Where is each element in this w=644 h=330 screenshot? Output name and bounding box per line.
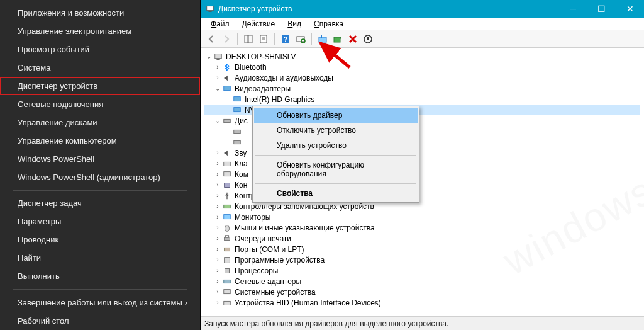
window-title: Диспетчер устройств [218,4,559,13]
expand-icon[interactable]: › [213,288,222,295]
expand-icon[interactable]: › [213,224,222,231]
help-button[interactable]: ? [279,32,292,46]
svg-rect-12 [321,35,322,38]
svg-rect-18 [234,96,241,101]
menu-file-explorer[interactable]: Проводник [0,230,200,249]
controller-icon [222,180,232,190]
expand-icon[interactable]: › [213,235,222,242]
menu-view[interactable]: Вид [281,18,308,30]
menu-network-connections[interactable]: Сетевые подключения [0,95,200,113]
software-device-icon [222,255,232,265]
svg-rect-3 [248,35,252,43]
context-scan-hardware[interactable]: Обновить конфигурацию оборудования [254,157,418,181]
menu-power-options[interactable]: Управление электропитанием [0,22,200,40]
svg-rect-33 [225,268,230,273]
expand-icon[interactable]: › [213,149,222,156]
separator [13,190,187,191]
tree-root[interactable]: ⌄ DESKTOP-SHNISLV [204,51,640,62]
update-driver-button[interactable] [316,32,330,46]
tree-category[interactable]: ›Процессоры [204,265,640,276]
scan-hardware-button[interactable] [294,32,308,46]
context-update-driver[interactable]: Обновить драйвер [254,108,418,123]
expand-icon[interactable]: › [213,267,222,274]
collapse-icon[interactable]: ⌄ [213,85,222,92]
minimize-button[interactable]: ─ [559,0,587,18]
tree-category[interactable]: ›Сетевые адаптеры [204,276,640,287]
sound-icon [222,148,232,158]
expand-icon[interactable]: › [213,171,222,178]
svg-rect-34 [224,280,231,283]
chevron-right-icon: › [185,298,187,307]
expand-icon[interactable]: › [213,256,222,263]
menu-powershell[interactable]: Windows PowerShell [0,150,200,168]
expand-icon[interactable]: › [213,160,222,167]
menu-disk-management[interactable]: Управление дисками [0,113,200,132]
winx-menu: Приложения и возможности Управление элек… [0,0,200,330]
menu-action[interactable]: Действие [236,18,282,30]
context-properties[interactable]: Свойства [254,186,418,201]
tree-category[interactable]: ›Мониторы [204,212,640,222]
enable-device-button[interactable] [331,32,345,46]
context-disable-device[interactable]: Отключить устройство [254,123,418,138]
tree-category[interactable]: ›Bluetooth [204,62,640,72]
collapse-icon[interactable]: ⌄ [213,117,222,124]
menu-shutdown[interactable]: Завершение работы или выход из системы› [0,293,200,312]
audio-icon [222,73,232,83]
collapse-icon[interactable]: ⌄ [204,53,213,60]
expand-icon[interactable]: › [213,246,222,253]
hid-icon [222,298,232,308]
expand-icon[interactable]: › [213,192,222,199]
menu-system[interactable]: Система [0,59,200,77]
svg-rect-32 [225,257,230,263]
menu-event-viewer[interactable]: Просмотр событий [0,40,200,59]
tree-category[interactable]: ›Системные устройства [204,287,640,297]
context-uninstall-device[interactable]: Удалить устройство [254,138,418,153]
tree-device[interactable]: Intel(R) HD Graphics [204,94,640,105]
expand-icon[interactable]: › [213,278,222,285]
close-button[interactable]: ✕ [616,0,644,18]
menu-search[interactable]: Найти [0,249,200,267]
tree-category[interactable]: ›Аудиовходы и аудиовыходы [204,72,640,83]
toolbar: ? [201,30,644,48]
expand-icon[interactable]: › [213,74,222,81]
menu-run[interactable]: Выполнить [0,267,200,285]
svg-rect-13 [334,37,340,42]
computer-icon [222,169,232,179]
menu-computer-management[interactable]: Управление компьютером [0,132,200,150]
expand-icon[interactable]: › [213,203,222,210]
menu-task-manager[interactable]: Диспетчер задач [0,194,200,212]
storage-controller-icon [222,202,232,212]
disk-icon [232,137,242,147]
display-adapter-icon [222,84,232,94]
expand-icon[interactable]: › [213,181,222,188]
menu-desktop[interactable]: Рабочий стол [0,312,200,330]
forward-button[interactable] [219,32,233,46]
disable-device-button[interactable] [361,32,375,46]
tree-category[interactable]: ›Устройства HID (Human Interface Devices… [204,297,640,308]
disk-icon [232,127,242,137]
menu-help[interactable]: Справка [308,18,350,30]
tree-category[interactable]: ›Порты (COM и LPT) [204,244,640,254]
tree-category[interactable]: ›Программные устройства [204,254,640,265]
tree-category[interactable]: ›Очереди печати [204,233,640,244]
tree-category-video[interactable]: ⌄Видеоадаптеры [204,83,640,94]
uninstall-device-button[interactable] [346,32,360,46]
menu-settings[interactable]: Параметры [0,212,200,230]
expand-icon[interactable]: › [213,299,222,306]
expand-icon[interactable]: › [213,213,222,220]
titlebar: Диспетчер устройств ─ ☐ ✕ [201,0,644,18]
usb-icon [222,191,232,201]
tree-category[interactable]: ›Мыши и иные указывающие устройства [204,222,640,233]
svg-rect-17 [224,86,231,90]
menu-powershell-admin[interactable]: Windows PowerShell (администратор) [0,168,200,186]
show-hide-button[interactable] [242,32,255,46]
disk-icon [222,116,232,126]
back-button[interactable] [204,32,218,46]
menu-file[interactable]: Файл [204,18,236,30]
properties-button[interactable] [257,32,270,46]
menu-apps-features[interactable]: Приложения и возможности [0,4,200,22]
menu-device-manager[interactable]: Диспетчер устройств [0,77,200,95]
maximize-button[interactable]: ☐ [587,0,616,18]
expand-icon[interactable]: › [213,64,222,71]
svg-rect-0 [207,6,214,11]
